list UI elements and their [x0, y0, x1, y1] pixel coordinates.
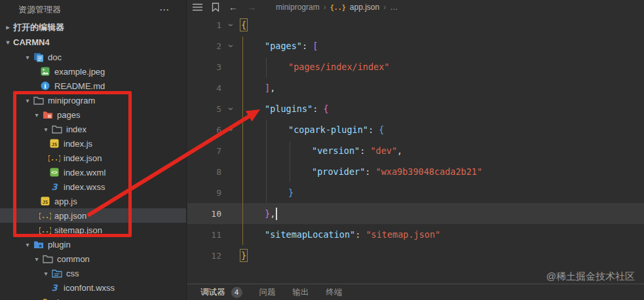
chevron-down-icon[interactable]: ▾	[31, 111, 42, 119]
tree-item-iconfont.wxss[interactable]: 3iconfont.wxss	[0, 280, 186, 295]
tree-item-index.wxss[interactable]: 3index.wxss	[0, 179, 186, 194]
json-icon: {..}	[39, 210, 51, 221]
tree-item-css[interactable]: ▾css	[0, 266, 186, 280]
section-label: CARMN4	[13, 37, 50, 47]
fold-chevron-icon[interactable]: ›	[228, 24, 235, 27]
tree-item-index.js[interactable]: JSindex.js	[0, 136, 186, 151]
chevron-down-icon: ▾	[3, 39, 13, 46]
tree-item-sitemap.json[interactable]: {..}sitemap.json	[0, 223, 186, 237]
bookmark-icon[interactable]	[212, 3, 219, 12]
tree-item-app.js[interactable]: JSapp.js	[0, 194, 186, 208]
code-line-7[interactable]: 7"version": "dev",	[187, 140, 644, 161]
image-icon	[39, 66, 51, 77]
section-open-editors[interactable]: ▸ 打开的编辑器	[0, 20, 186, 35]
panel-tab-输出[interactable]: 输出	[293, 287, 309, 298]
line-number: 1	[187, 20, 221, 30]
tree-item-index[interactable]: ▾index	[0, 122, 186, 136]
code-text: "pages/index/index"	[241, 62, 389, 72]
svg-text:{..}: {..}	[39, 212, 51, 219]
code-line-6[interactable]: 6›"copark-plugin": {	[187, 119, 644, 140]
svg-text:JS: JS	[43, 200, 48, 205]
fold-area: ›	[221, 19, 241, 31]
panel-tab-终端[interactable]: 终端	[326, 287, 343, 298]
tab-count-badge: 4	[231, 287, 242, 298]
watermark: @稀土掘金技术社区	[546, 271, 635, 283]
tree-item-plugin[interactable]: ▾★plugin	[0, 237, 186, 252]
code-line-5[interactable]: 5›"plugins": {	[187, 98, 644, 119]
code-text: "plugins": {	[241, 103, 329, 114]
tree-item-label: css	[66, 269, 79, 278]
fold-chevron-icon[interactable]: ›	[228, 45, 235, 48]
tree-item-label: iconfont.wxss	[64, 283, 115, 293]
tree-item-app.json[interactable]: {..}app.json	[0, 208, 186, 223]
svg-text:3: 3	[51, 182, 58, 191]
tree-item-miniprogram[interactable]: ▾miniprogram	[0, 93, 186, 107]
more-actions-icon[interactable]: ⋯	[159, 7, 170, 13]
line-number: 6	[187, 125, 221, 135]
code-line-4[interactable]: 4],	[187, 77, 644, 98]
code-text: "sitemapLocation": "sitemap.json"	[241, 229, 440, 240]
token: ,	[270, 83, 275, 93]
editor-topbar: ← → miniprogram › {..} app.json › …	[187, 0, 644, 14]
token: "pages/index/index"	[288, 62, 389, 72]
tree-item-README.md[interactable]: iREADME.md	[0, 79, 186, 93]
fold-chevron-icon[interactable]: ›	[228, 107, 235, 111]
folder-plugin-icon: ★	[33, 239, 45, 250]
section-workspace[interactable]: ▾ CARMN4	[0, 35, 186, 50]
panel-tab-label: 问题	[259, 287, 276, 298]
token: :	[355, 229, 366, 240]
tree-item-index.json[interactable]: {..}index.json	[0, 151, 186, 165]
chevron-down-icon[interactable]: ▾	[22, 97, 33, 104]
ide-window: 资源管理器 ⋯ ▸ 打开的编辑器 ▾ CARMN4 ▾docexample.jp…	[0, 0, 644, 300]
token: }	[265, 208, 270, 219]
breadcrumb-folder[interactable]: miniprogram	[276, 3, 320, 12]
chevron-down-icon[interactable]: ▾	[41, 126, 51, 133]
code-area[interactable]: 1›{2›"pages": [3"pages/index/index"4],5›…	[187, 14, 644, 266]
chevron-down-icon[interactable]: ▾	[31, 255, 42, 263]
explorer-header: 资源管理器 ⋯	[0, 0, 186, 20]
menu-icon[interactable]	[193, 3, 202, 11]
breadcrumb-tail[interactable]: …	[390, 3, 398, 12]
code-line-1[interactable]: 1›{	[187, 14, 644, 35]
breadcrumb-file[interactable]: app.json	[350, 3, 379, 12]
breadcrumb-separator: ›	[324, 3, 326, 12]
folder-doc-icon	[33, 52, 45, 62]
fold-area: ›	[221, 40, 241, 52]
chevron-down-icon[interactable]: ▾	[22, 241, 33, 248]
back-arrow-icon[interactable]: ←	[229, 2, 238, 12]
code-line-10[interactable]: 10},	[187, 203, 644, 224]
code-line-8[interactable]: 8"provider": "wxa9b39048cada2b21"	[187, 161, 644, 182]
forward-arrow-icon[interactable]: →	[247, 2, 256, 12]
code-line-3[interactable]: 3"pages/index/index"	[187, 56, 644, 77]
folder-icon	[51, 124, 63, 134]
code-line-2[interactable]: 2›"pages": [	[187, 35, 644, 56]
chevron-down-icon[interactable]: ▾	[41, 270, 51, 277]
tree-item-label: app.json	[54, 211, 86, 221]
svg-text:{..}: {..}	[39, 227, 51, 234]
code-line-12[interactable]: 12}	[187, 245, 644, 266]
code-text: }	[241, 250, 246, 261]
tree-item-label: index.wxss	[64, 182, 105, 192]
token: {	[241, 20, 246, 30]
code-line-9[interactable]: 9}	[187, 182, 644, 203]
panel-tab-调试器[interactable]: 调试器4	[200, 287, 242, 298]
fold-chevron-icon[interactable]: ›	[228, 128, 235, 132]
token: "plugins"	[265, 103, 313, 114]
tree-item-js[interactable]: ▾js	[0, 295, 186, 300]
tree-item-example.jpeg[interactable]: example.jpeg	[0, 64, 186, 79]
token: {	[323, 103, 328, 114]
panel-tab-label: 调试器	[200, 287, 225, 298]
line-number: 11	[187, 230, 221, 240]
tree-item-pages[interactable]: ▾pages	[0, 107, 186, 122]
panel-tab-问题[interactable]: 问题	[259, 287, 276, 298]
tree-item-common[interactable]: ▾common	[0, 252, 186, 266]
tree-item-doc[interactable]: ▾doc	[0, 50, 186, 64]
token: ,	[397, 145, 402, 156]
tree-item-index.wxml[interactable]: <>index.wxml	[0, 165, 186, 179]
chevron-down-icon[interactable]: ▾	[22, 54, 33, 61]
code-text: {	[241, 20, 246, 30]
code-line-11[interactable]: 11"sitemapLocation": "sitemap.json"	[187, 224, 644, 245]
fold-area: ›	[221, 124, 241, 136]
svg-text:★: ★	[38, 243, 43, 249]
section-label: 打开的编辑器	[13, 22, 64, 33]
